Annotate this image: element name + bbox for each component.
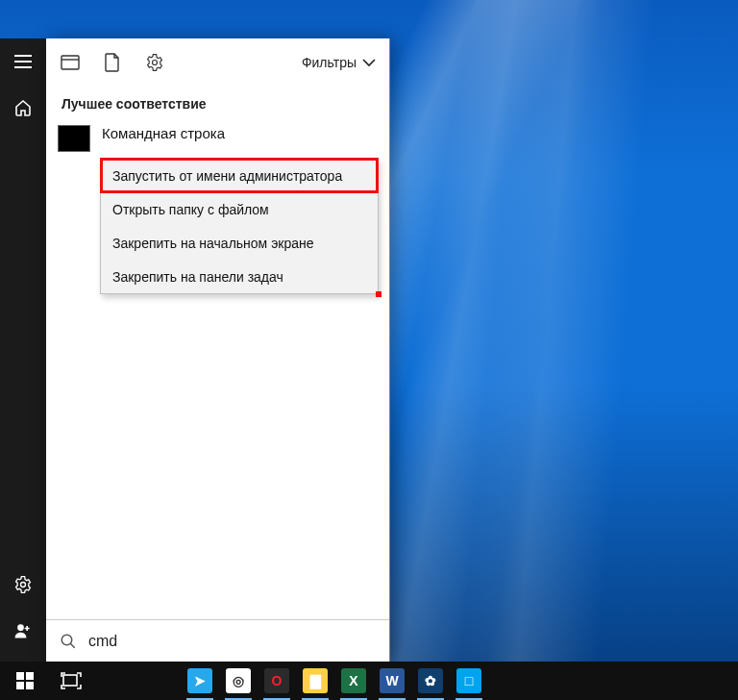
cm-pin-to-taskbar[interactable]: Закрепить на панели задач [101,260,378,293]
task-view-button[interactable] [48,662,94,700]
hamburger-icon[interactable] [0,38,46,85]
search-panel-header: Фильтры [46,38,389,87]
filters-dropdown[interactable]: Фильтры [302,55,376,70]
search-icon [60,633,77,650]
apps-scope-icon[interactable] [60,52,81,73]
taskbar-app-telegram[interactable]: ➤ [181,662,219,700]
chevron-down-icon [362,58,376,67]
cmd-icon [58,125,90,152]
svg-rect-7 [16,682,24,689]
svg-point-0 [21,583,26,588]
taskbar-app-another[interactable]: □ [450,662,488,700]
taskbar-app-file-explorer[interactable]: ▇ [296,662,334,700]
start-button[interactable] [2,662,48,700]
svg-rect-8 [26,682,34,689]
search-panel: Фильтры Лучшее соответствие Командная ст… [46,38,390,662]
svg-rect-5 [16,672,24,680]
context-menu: Запустить от имени администратора Открыт… [100,158,379,294]
taskbar: ➤◎O▇XW✿□ [0,662,738,700]
taskbar-app-word[interactable]: W [373,662,411,700]
svg-rect-2 [62,56,79,69]
search-input[interactable] [88,633,376,650]
taskbar-app-chrome[interactable]: ◎ [219,662,258,700]
filters-label: Фильтры [302,55,357,70]
cm-open-file-location[interactable]: Открыть папку с файлом [101,192,378,226]
settings-scope-icon[interactable] [144,52,165,73]
user-icon[interactable] [0,608,46,654]
svg-rect-6 [26,672,34,680]
taskbar-app-excel[interactable]: X [334,662,373,700]
section-best-match: Лучшее соответствие [46,87,389,123]
home-icon[interactable] [0,85,46,131]
cm-pin-to-start[interactable]: Закрепить на начальном экране [101,226,378,260]
taskbar-app-opera[interactable]: O [258,662,296,700]
search-result-title: Командная строка [102,123,225,141]
search-box[interactable] [46,619,389,662]
cm-run-as-admin[interactable]: Запустить от имени администратора [101,159,378,192]
documents-scope-icon[interactable] [102,52,123,73]
svg-point-1 [17,624,24,631]
svg-point-3 [153,61,158,65]
svg-rect-9 [63,675,77,686]
start-menu-rail [0,38,46,662]
search-result[interactable]: Командная строка [46,123,389,152]
settings-icon[interactable] [0,562,46,608]
svg-point-4 [62,635,72,645]
taskbar-app-paintnet[interactable]: ✿ [411,662,450,700]
